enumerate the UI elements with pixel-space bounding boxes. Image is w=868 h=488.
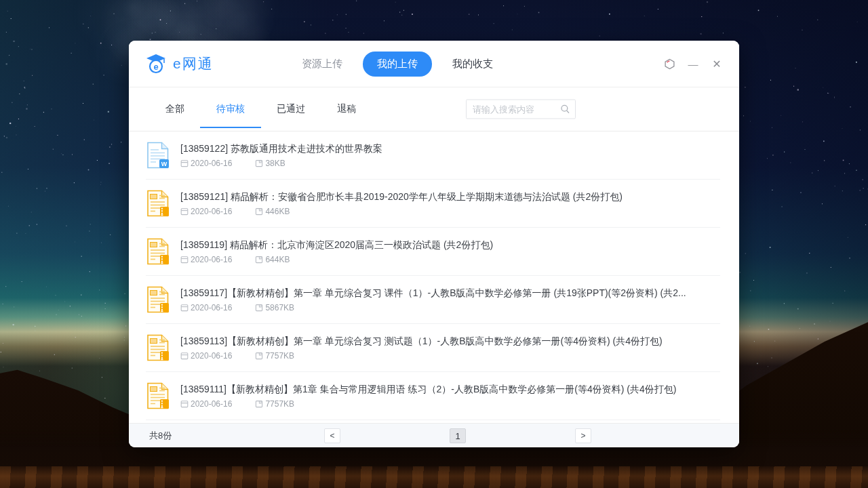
svg-text:W: W xyxy=(161,161,167,167)
theme-skin-button[interactable] xyxy=(663,58,675,70)
file-size-icon xyxy=(255,207,263,216)
filter-tabbar: 全部 待审核 已通过 退稿 xyxy=(129,87,739,131)
main-nav: 资源上传 我的上传 我的收支 xyxy=(302,41,493,87)
next-page-button[interactable]: > xyxy=(575,428,591,443)
file-list-item[interactable]: W xyxy=(146,180,720,228)
file-size: 7757KB xyxy=(265,399,294,409)
close-icon: ✕ xyxy=(712,58,721,70)
file-title: [13859121] 精品解析：安徽省合肥市长丰县2019-2020学年八年级上… xyxy=(180,190,720,203)
file-size: 644KB xyxy=(265,255,290,264)
calendar-icon xyxy=(180,207,189,216)
file-date: 2020-06-16 xyxy=(191,207,232,216)
file-size-icon xyxy=(255,400,263,408)
app-title: e网通 xyxy=(173,54,214,73)
file-date: 2020-06-16 xyxy=(191,159,232,168)
file-size-icon xyxy=(255,256,263,264)
zip-package-icon: W xyxy=(146,382,170,410)
file-size: 446KB xyxy=(265,207,290,216)
word-document-icon: W xyxy=(146,141,170,169)
lit-rocks-strip xyxy=(0,466,868,488)
calendar-icon xyxy=(180,159,189,167)
hexagon-skin-icon xyxy=(664,58,675,70)
file-title: [13859122] 苏教版通用技术走进技术的世界教案 xyxy=(180,142,720,155)
file-title: [13859119] 精品解析：北京市海淀区2020届高三一模政治试题 (共2份… xyxy=(180,239,720,251)
zip-package-icon: W xyxy=(146,285,170,314)
minimize-button[interactable]: — xyxy=(687,58,699,70)
calendar-icon xyxy=(180,304,189,312)
file-date: 2020-06-16 xyxy=(191,399,232,409)
file-list-item[interactable]: W xyxy=(146,324,720,372)
ewangtong-logo-icon: e xyxy=(145,54,167,74)
nav-resource-upload[interactable]: 资源上传 xyxy=(302,58,342,70)
minimize-icon: — xyxy=(688,58,698,70)
file-list-item[interactable]: W xyxy=(146,372,720,420)
app-logo: e e网通 xyxy=(145,41,214,87)
tab-all[interactable]: 全部 xyxy=(165,87,184,131)
search-icon[interactable] xyxy=(560,104,570,115)
file-list-item[interactable]: W xyxy=(146,228,720,276)
calendar-icon xyxy=(180,400,189,408)
file-title: [13859111]【新教材精创】第1章 集合与常用逻辑用语 练习（2）-人教B… xyxy=(180,383,720,395)
tab-approved[interactable]: 已通过 xyxy=(277,87,305,131)
file-date: 2020-06-16 xyxy=(191,303,232,312)
tab-pending-review[interactable]: 待审核 xyxy=(216,87,245,131)
file-size-icon xyxy=(255,352,263,360)
file-list-item[interactable]: W xyxy=(146,131,720,180)
total-count-label: 共8份 xyxy=(149,424,172,447)
ewangtong-app-window: e e网通 资源上传 我的上传 我的收支 — ✕ 全部 待审核 已通过 退稿 xyxy=(129,41,739,447)
footer-pagination-bar: 共8份 < 1 > xyxy=(129,423,739,447)
file-size-icon xyxy=(255,159,263,167)
file-title: [13859117]【新教材精创】第一章 单元综合复习 课件（1）-人教B版高中… xyxy=(180,287,720,299)
prev-page-button[interactable]: < xyxy=(324,428,340,443)
file-list-item[interactable]: W xyxy=(146,276,720,324)
calendar-icon xyxy=(180,352,189,360)
svg-text:e: e xyxy=(153,62,158,72)
file-size-icon xyxy=(255,304,263,312)
tab-rejected[interactable]: 退稿 xyxy=(337,87,356,131)
close-button[interactable]: ✕ xyxy=(711,58,723,70)
file-size: 5867KB xyxy=(265,303,294,312)
zip-package-icon: W xyxy=(146,333,170,362)
search-box xyxy=(466,100,576,119)
file-size: 7757KB xyxy=(265,351,294,361)
file-title: [13859113]【新教材精创】第一章 单元综合复习 测试题（1）-人教B版高… xyxy=(180,335,720,347)
nav-my-uploads[interactable]: 我的上传 xyxy=(363,52,432,77)
file-date: 2020-06-16 xyxy=(191,351,232,361)
file-date: 2020-06-16 xyxy=(191,255,232,264)
file-size: 38KB xyxy=(265,159,285,168)
window-controls: — ✕ xyxy=(663,41,723,87)
search-input[interactable] xyxy=(467,104,560,115)
calendar-icon xyxy=(180,256,189,264)
zip-package-icon: W xyxy=(146,189,170,218)
titlebar[interactable]: e e网通 资源上传 我的上传 我的收支 — ✕ xyxy=(129,41,739,87)
nav-my-balance[interactable]: 我的收支 xyxy=(452,58,493,70)
current-page-number: 1 xyxy=(450,428,466,443)
zip-package-icon: W xyxy=(146,237,170,266)
file-list: W xyxy=(129,131,739,420)
